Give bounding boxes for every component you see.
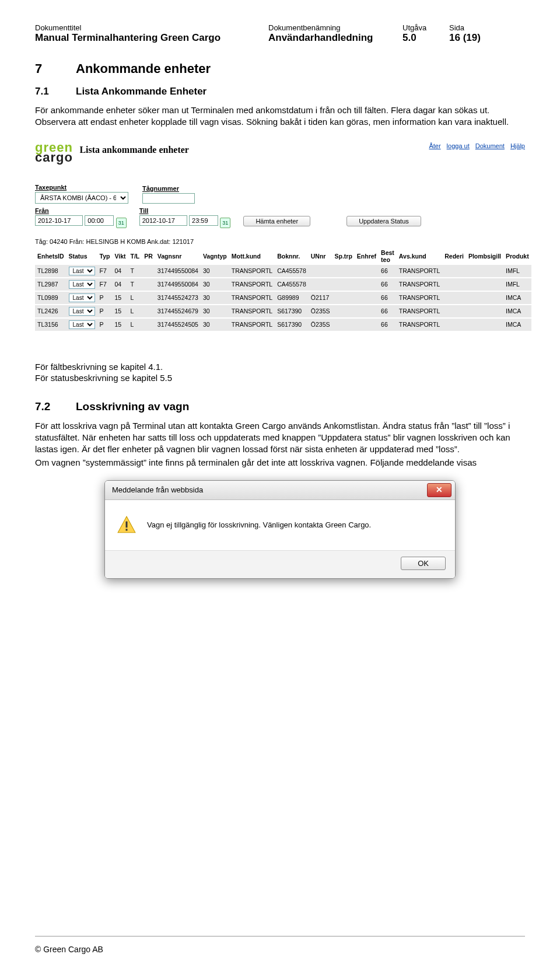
- results-table: EnhetsIDStatusTypViktT/LPRVagnsnrVagntyp…: [35, 247, 531, 332]
- table-cell: CA455578: [275, 265, 309, 277]
- table-cell: CA455578: [275, 278, 309, 291]
- hdr-doc-title: Manual Terminalhantering Green Cargo: [35, 32, 268, 44]
- link-help[interactable]: Hjälp: [510, 142, 525, 149]
- tagnr-input[interactable]: [142, 193, 195, 204]
- table-cell: IMFL: [503, 278, 531, 291]
- table-cell: [332, 305, 354, 317]
- col-header: Mott.kund: [229, 247, 275, 265]
- table-cell: P: [97, 319, 113, 331]
- table-cell[interactable]: Last: [66, 265, 97, 277]
- table-row: TL2898LastF704T31744955008430TRANSPORTLC…: [35, 265, 531, 277]
- to-date-input[interactable]: [139, 215, 187, 226]
- header-values: Manual Terminalhantering Green Cargo Anv…: [35, 32, 525, 44]
- table-cell: F7: [97, 278, 113, 291]
- col-header: EnhetsID: [35, 247, 66, 265]
- status-select[interactable]: Last: [69, 307, 95, 316]
- table-cell: TRANSPORTL: [397, 265, 442, 277]
- update-status-button[interactable]: Uppdatera Status: [346, 216, 421, 226]
- table-cell: 317449550084: [155, 265, 201, 277]
- table-cell: L: [128, 292, 142, 304]
- table-cell: TRANSPORTL: [229, 265, 275, 277]
- status-select[interactable]: Last: [69, 280, 95, 289]
- table-cell: 30: [201, 265, 229, 277]
- link-back[interactable]: Åter: [429, 142, 440, 149]
- table-cell[interactable]: Last: [66, 292, 97, 304]
- col-header: Rederi: [442, 247, 466, 265]
- from-date-input[interactable]: [35, 215, 83, 226]
- app-screenshot: green cargo Lista ankommande enheter Åte…: [35, 142, 525, 332]
- table-cell: [332, 265, 354, 277]
- col-header: Status: [66, 247, 97, 265]
- to-label: Till: [139, 207, 231, 214]
- from-time-input[interactable]: [85, 215, 114, 226]
- hdr-page-label: Sida: [449, 23, 496, 32]
- table-cell: [466, 278, 503, 291]
- calendar-icon[interactable]: 31: [116, 218, 127, 228]
- table-cell: 66: [379, 265, 397, 277]
- svg-rect-1: [126, 522, 128, 528]
- table-cell: G89989: [275, 292, 309, 304]
- to-time-input[interactable]: [189, 215, 218, 226]
- table-cell: 15: [112, 292, 128, 304]
- tagnr-label: Tågnummer: [142, 185, 195, 192]
- table-cell: [355, 292, 379, 304]
- col-header: Sp.trp: [332, 247, 354, 265]
- taxepunkt-select[interactable]: ÅRSTA KOMBI (ÅACO) - 66: [35, 192, 128, 204]
- section-7-1-heading: 7.1Lista Ankommande Enheter: [35, 86, 525, 97]
- table-cell: 66: [379, 305, 397, 317]
- table-row: TL0989LastP15L31744552427330TRANSPORTLG8…: [35, 292, 531, 304]
- table-cell: TRANSPORTL: [229, 278, 275, 291]
- col-header: Plombsigill: [466, 247, 503, 265]
- table-cell: [309, 278, 332, 291]
- table-cell: [142, 319, 155, 331]
- table-cell: 66: [379, 278, 397, 291]
- header-labels: Dokumenttitel Dokumentbenämning Utgåva S…: [35, 23, 525, 32]
- link-logout[interactable]: logga ut: [447, 142, 470, 149]
- status-select[interactable]: Last: [69, 293, 95, 302]
- table-cell: [142, 305, 155, 317]
- table-cell: [355, 278, 379, 291]
- ok-button[interactable]: OK: [401, 557, 446, 570]
- table-cell: L: [128, 305, 142, 317]
- logo-bot: cargo: [35, 152, 73, 163]
- hdr-doc-name-label: Dokumentbenämning: [268, 23, 402, 32]
- section-7-title: Ankommande enheter: [76, 61, 211, 76]
- table-cell: TL2426: [35, 305, 66, 317]
- table-cell[interactable]: Last: [66, 278, 97, 291]
- table-cell: P: [97, 292, 113, 304]
- table-cell: [466, 319, 503, 331]
- table-cell: [332, 292, 354, 304]
- table-cell: [142, 292, 155, 304]
- table-cell: T: [128, 278, 142, 291]
- table-cell[interactable]: Last: [66, 305, 97, 317]
- status-select[interactable]: Last: [69, 320, 95, 329]
- status-select[interactable]: Last: [69, 267, 95, 275]
- hdr-doc-title-label: Dokumenttitel: [35, 23, 268, 32]
- link-docs[interactable]: Dokument: [475, 142, 505, 149]
- table-cell: TRANSPORTL: [229, 305, 275, 317]
- table-cell[interactable]: Last: [66, 319, 97, 331]
- table-cell: 30: [201, 305, 229, 317]
- section-7-2-body: För att losskriva vagn på Terminal utan …: [35, 420, 525, 456]
- table-cell: IMCA: [503, 305, 531, 317]
- section-7-heading: 7Ankommande enheter: [35, 61, 525, 76]
- section-7-2-body2: Om vagnen ”systemmässigt” inte finns på …: [35, 457, 525, 469]
- col-header: Typ: [97, 247, 113, 265]
- fetch-units-button[interactable]: Hämta enheter: [243, 216, 310, 226]
- table-cell: P: [97, 305, 113, 317]
- table-cell: [309, 265, 332, 277]
- table-cell: 317445524679: [155, 305, 201, 317]
- table-cell: TL3156: [35, 319, 66, 331]
- col-header: Avs.kund: [397, 247, 442, 265]
- hdr-page: 16 (19): [449, 32, 496, 44]
- close-icon[interactable]: ✕: [427, 483, 452, 497]
- calendar-icon[interactable]: 31: [220, 218, 230, 228]
- message-dialog: Meddelande från webbsida ✕ Vagn ej tillg…: [104, 480, 456, 579]
- after-app-line2: För statusbeskrivning se kapitel 5.5: [35, 373, 525, 383]
- col-header: Best teo: [379, 247, 397, 265]
- table-cell: 66: [379, 319, 397, 331]
- table-cell: T: [128, 265, 142, 277]
- col-header: UNnr: [309, 247, 332, 265]
- green-cargo-logo: green cargo: [35, 142, 73, 163]
- table-cell: [466, 265, 503, 277]
